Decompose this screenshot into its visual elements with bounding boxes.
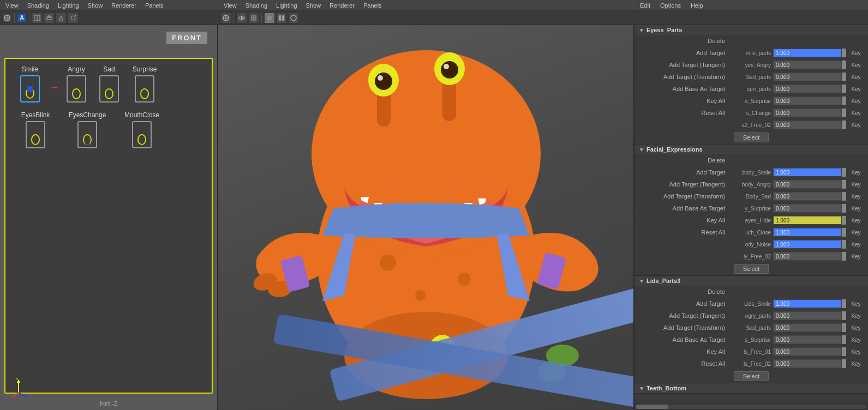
slider-handle-s-surprise[interactable] — [842, 97, 846, 105]
key-btn-ngry-parts[interactable]: Key — [846, 313, 866, 319]
menu-show-left[interactable]: Show — [86, 2, 105, 9]
slider-handle-ls-free-01[interactable] — [842, 347, 846, 356]
key-btn-s-change[interactable]: Key — [846, 110, 866, 116]
key-btn-uth-close[interactable]: Key — [846, 230, 866, 236]
slider-body-angry[interactable]: 0.000 — [773, 180, 842, 189]
slider-handle-ls-free-02[interactable] — [842, 359, 846, 368]
toolbar-center-btn-5[interactable] — [276, 13, 287, 23]
slider-handle-eyes-hide[interactable] — [842, 216, 846, 225]
toolbar-btn-2[interactable]: A — [17, 13, 27, 23]
slider-sad-parts-lids[interactable]: 0.000 — [773, 323, 842, 332]
key-btn-lids-smile[interactable]: Key — [846, 301, 866, 307]
menu-panels-center[interactable]: Panels — [361, 2, 384, 9]
slider-handle-y-surprise[interactable] — [842, 204, 846, 213]
key-btn-ls-free-01[interactable]: Key — [846, 349, 866, 355]
slider-handle-sad-parts-lids[interactable] — [842, 323, 846, 332]
slider-handle-body-smile[interactable] — [842, 168, 846, 177]
menu-help-right[interactable]: Help — [689, 2, 705, 9]
key-btn-upri-parts[interactable]: Key — [846, 86, 866, 92]
slider-body-sad[interactable]: 0.000 — [773, 192, 842, 201]
blend-item-smile[interactable]: Smile — [11, 65, 49, 102]
menu-view-center[interactable]: View — [222, 2, 239, 9]
menu-shading-left[interactable]: Shading — [25, 2, 51, 9]
slider-upri-parts[interactable]: 0.000 — [773, 85, 842, 93]
group-header-facial[interactable]: ▼ Facial_Expressions — [634, 144, 868, 154]
menu-edit-right[interactable]: Edit — [638, 2, 653, 9]
menu-lighting-center[interactable]: Lighting — [274, 2, 300, 9]
menu-lighting-left[interactable]: Lighting — [56, 2, 81, 9]
blend-item-angry[interactable]: Angry — [60, 65, 93, 102]
slider-ly-free[interactable]: 0.000 — [773, 252, 842, 261]
toolbar-btn-4[interactable] — [44, 13, 55, 23]
group-header-eyess-parts[interactable]: ▼ Eyess_Parts — [634, 25, 868, 35]
slider-handle-ngry-parts[interactable] — [842, 311, 846, 320]
slider-ody-noise[interactable]: 1.000 — [773, 240, 842, 249]
key-btn-s-surprise[interactable]: Key — [846, 98, 866, 104]
toolbar-btn-6[interactable] — [68, 13, 79, 23]
key-btn-sad-parts-1[interactable]: Key — [846, 74, 866, 80]
key-btn-z2free[interactable]: Key — [846, 122, 866, 128]
key-btn-eyes-hide[interactable]: Key — [846, 218, 866, 224]
slider-s-change[interactable]: 0.000 — [773, 108, 842, 117]
slider-handle-mile-parts[interactable] — [842, 49, 846, 57]
toolbar-center-btn-1[interactable] — [220, 13, 231, 23]
blend-item-mouthclose[interactable]: MouthClose — [115, 111, 169, 148]
key-btn-ls-free-02[interactable]: Key — [846, 361, 866, 367]
slider-handle-ody-noise[interactable] — [842, 240, 846, 249]
toolbar-center-btn-4[interactable] — [264, 13, 275, 23]
key-btn-body-smile[interactable]: Key — [846, 170, 866, 176]
slider-handle-body-angry[interactable] — [842, 180, 846, 189]
toolbar-center-btn-2[interactable] — [236, 13, 247, 23]
slider-ls-free-01[interactable]: 0.000 — [773, 347, 842, 356]
key-btn-ly-free[interactable]: Key — [846, 254, 866, 260]
blend-item-eyesblink[interactable]: EyesBlink — [11, 111, 60, 148]
slider-ngry-parts[interactable]: 0.000 — [773, 311, 842, 320]
slider-eyes-hide[interactable]: 1.000 — [773, 216, 842, 225]
right-panel-scrollbar[interactable] — [634, 403, 868, 410]
slider-body-smile[interactable]: 1.000 — [773, 168, 842, 177]
blend-item-eyeschange[interactable]: EyesChange — [60, 111, 115, 148]
slider-handle-sad-parts-1[interactable] — [842, 73, 846, 81]
slider-handle-yes-angry[interactable] — [842, 61, 846, 69]
key-btn-s-surprise-lids[interactable]: Key — [846, 337, 866, 343]
key-btn-yes-angry[interactable]: Key — [846, 62, 866, 68]
key-btn-sad-parts-lids[interactable]: Key — [846, 325, 866, 331]
slider-ls-free-02[interactable]: 0.000 — [773, 359, 842, 368]
group-header-lids[interactable]: ▼ Lids_Parts3 — [634, 276, 868, 286]
key-btn-mile-parts[interactable]: Key — [846, 50, 866, 56]
slider-mile-parts[interactable]: 1.000 — [773, 49, 842, 57]
slider-lids-smile[interactable]: 1.000 — [773, 299, 842, 308]
slider-z2free[interactable]: 0.000 — [773, 120, 842, 129]
key-btn-body-angry[interactable]: Key — [846, 182, 866, 188]
slider-s-surprise-lids[interactable]: 0.000 — [773, 335, 842, 344]
slider-y-surprise[interactable]: 0.000 — [773, 204, 842, 213]
slider-handle-ly-free[interactable] — [842, 252, 846, 261]
scrollbar-thumb[interactable] — [636, 405, 668, 409]
menu-show-center[interactable]: Show — [304, 2, 324, 9]
slider-handle-uth-close[interactable] — [842, 228, 846, 237]
menu-options-right[interactable]: Options — [658, 2, 683, 9]
select-btn-facial[interactable]: Select — [734, 264, 769, 274]
menu-renderer-center[interactable]: Renderer — [327, 2, 357, 9]
slider-yes-angry[interactable]: 0.000 — [773, 61, 842, 69]
slider-s-surprise[interactable]: 0.000 — [773, 97, 842, 105]
slider-handle-s-change[interactable] — [842, 108, 846, 117]
menu-panels-left[interactable]: Panels — [143, 2, 166, 9]
slider-handle-body-sad[interactable] — [842, 192, 846, 201]
menu-shading-center[interactable]: Shading — [243, 2, 270, 9]
menu-view-left[interactable]: View — [3, 2, 21, 9]
slider-handle-upri-parts[interactable] — [842, 85, 846, 93]
toolbar-btn-1[interactable] — [2, 13, 12, 23]
slider-uth-close[interactable]: 1.000 — [773, 228, 842, 237]
blend-item-surprise[interactable]: Surprise — [125, 65, 164, 102]
key-btn-y-surprise[interactable]: Key — [846, 206, 866, 212]
key-btn-ody-noise[interactable]: Key — [846, 242, 866, 248]
slider-handle-s-surprise-lids[interactable] — [842, 335, 846, 344]
slider-handle-z2free[interactable] — [842, 120, 846, 129]
toolbar-center-btn-6[interactable] — [288, 13, 299, 23]
select-btn-eyess[interactable]: Select — [734, 132, 769, 142]
menu-renderer-left[interactable]: Renderer — [109, 2, 139, 9]
blend-shapes-editor[interactable]: ▼ Eyess_Parts Delete Add Target mile_par… — [634, 25, 868, 403]
key-btn-body-sad[interactable]: Key — [846, 194, 866, 200]
blend-item-sad[interactable]: Sad — [93, 65, 125, 102]
